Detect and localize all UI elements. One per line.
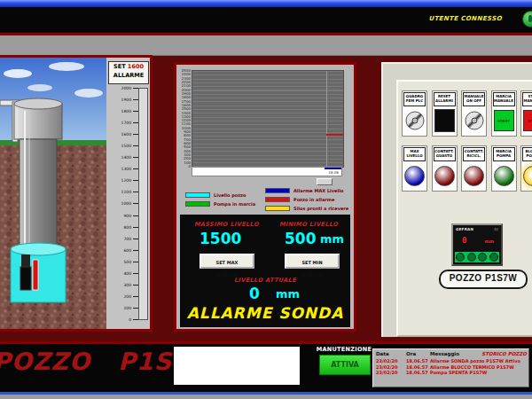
panel-unit: STOP MANUALESTOP [520,90,532,137]
level-slider-track[interactable] [138,88,148,320]
display-key-icon[interactable] [478,253,487,262]
panel-unit: MAX LIVELLO [402,145,427,192]
scale-tick: 1900 [106,98,138,102]
scale-tick-label: 100 [123,306,131,310]
alarm-log: Data Ora Messaggio STORICO POZZO 23/02/2… [372,348,529,387]
alarm-trace-segment [326,134,343,136]
scale-tick-label: 1700 [121,121,131,125]
set-max-level-button[interactable]: SET MAX LIVELLO [200,254,254,269]
legend-column-left: Livello pozzoPompa in marcia [185,191,255,208]
scale-tick-rows: 2000190018001700160015001400130012001100… [106,86,138,322]
current-level-value: 0 [249,285,260,302]
current-level-label: LIVELLO ATTUALE [180,277,350,284]
chart-cursor-line [326,71,327,167]
lamp-off [492,162,516,189]
display-key-icon[interactable] [467,253,476,262]
level-probe [33,260,38,290]
indicator-lamp [523,166,532,186]
start-button[interactable]: START [492,107,516,134]
chart-y-axis: 2500240023002200210020001900180017001600… [177,69,192,172]
lamp-lit [521,162,532,189]
panel-unit: MANUALE ON OFF [461,90,487,137]
panel-unit: MARCIA MANUALESTART [491,90,517,137]
display-key-icon[interactable] [456,253,465,262]
reset-button[interactable] [433,107,457,134]
min-level-unit: mm [320,232,344,246]
header-bar: UTENTE CONNESSO [0,7,532,33]
log-cell-messaggio: Allarme BLOCCO TERMICO P1S7W [430,364,514,370]
scale-tick: 1800 [106,109,138,113]
panel-unit-label: MANUALE ON OFF [463,92,485,106]
set-value: 1600 [128,63,144,70]
scale-tick: 900 [106,214,138,218]
lamp-off [403,162,426,189]
well-panel: SET 1600 ALLARME 20001900180017001600150… [0,55,153,332]
scale-tick-label: 300 [123,283,131,287]
log-col-data: Data [376,351,389,356]
legend-label: Pompa in marcia [214,201,255,207]
chart-legend: Livello pozzoPompa in marcia Allarme MAX… [180,186,350,213]
legend-label: Livello pozzo [214,192,246,198]
alarm-setpoint-box[interactable]: SET 1600 ALLARME [108,61,149,84]
scale-tick-label: 200 [123,294,131,299]
footer-input[interactable] [174,347,300,385]
rotary-switch-icon[interactable] [403,107,426,134]
trend-chart-plot[interactable] [192,70,344,168]
scale-tick-label: 1400 [121,155,131,160]
legend-item: Pozzo in allarme [265,195,348,204]
max-level-value: 1500 [200,230,241,247]
log-row: 23/02/2018.06.57Pompa SPENTA P1S7W [373,370,528,376]
legend-item: Pompa in marcia [185,200,255,208]
scale-tick-label: 600 [123,248,131,253]
scale-tick: 2000 [106,86,138,90]
level-display: GEFRAN 40 0 mm [451,223,503,266]
panel-unit-label: RESET ALLARMI [434,92,456,106]
chart-y-tick-label: 0 [188,164,191,168]
max-level-label: MASSIMO LIVELLO [194,221,259,228]
lamp-off [433,162,457,189]
trend-panel: 2500240023002200210020001900180017001600… [174,62,356,332]
display-unit: mm [485,239,494,244]
push-button-face[interactable]: START [494,110,514,131]
well-tag-label: POZZO P1S7W [439,270,528,289]
scale-tick-label: 1800 [121,109,131,113]
panel-unit-label: QUADRO FEM PLC [403,92,426,106]
panel-unit: CONTATT. GUASTO [432,145,458,192]
scale-tick: 1400 [106,155,138,160]
levels-panel: MASSIMO LIVELLO MINIMO LIVELLO 1500 500 … [180,215,350,327]
scale-tick: 600 [106,248,138,253]
scale-tick: 1600 [106,132,138,137]
legend-item: Silos pronti a ricevere [265,204,348,213]
probe-alarm-text: ALLARME SONDA [180,304,350,322]
panel-unit-label: CONTATT. GUASTO [434,147,456,161]
display-key-icon[interactable] [489,253,498,262]
log-cell-data: 23/02/20 [376,358,398,364]
set-min-level-button[interactable]: SET MIN LIVELLO [285,254,340,269]
reset-button-face[interactable] [434,109,455,132]
maintenance-button[interactable]: ATTIVA [319,355,371,375]
scale-tick: 1700 [106,121,138,125]
control-panel-inner: QUADRO FEM PLCRESET ALLARMIMANUALE ON OF… [396,80,532,337]
scale-tick: 1300 [106,167,138,171]
log-cell-messaggio: Pompa SPENTA P1S7W [430,370,487,375]
log-right-title: STORICO POZZO [481,351,527,356]
scale-tick: 0 [106,317,138,322]
legend-column-right: Allarme MAX LivelloPozzo in allarmeSilos… [265,186,348,213]
legend-swatch [185,192,210,198]
log-cell-data: 23/02/20 [376,364,398,370]
level-scale: 2000190018001700160015001400130012001100… [106,86,151,322]
log-cell-ora: 18.06.57 [406,364,428,370]
scale-tick-label: 1000 [121,201,131,206]
indicator-lamp [404,166,425,186]
legend-label: Pozzo in allarme [293,197,334,202]
current-level-unit: mm [276,287,300,301]
legend-swatch [265,188,290,193]
chart-scroll-handle[interactable] [317,178,332,185]
log-col-ora: Ora [406,351,416,356]
push-button-face[interactable]: STOP [523,110,532,131]
min-level-label: MINIMO LIVELLO [279,221,338,228]
stop-button[interactable]: STOP [521,107,532,134]
rotary-switch-icon[interactable] [462,107,486,134]
log-cell-data: 23/02/20 [376,370,398,375]
scale-tick: 500 [106,260,138,264]
